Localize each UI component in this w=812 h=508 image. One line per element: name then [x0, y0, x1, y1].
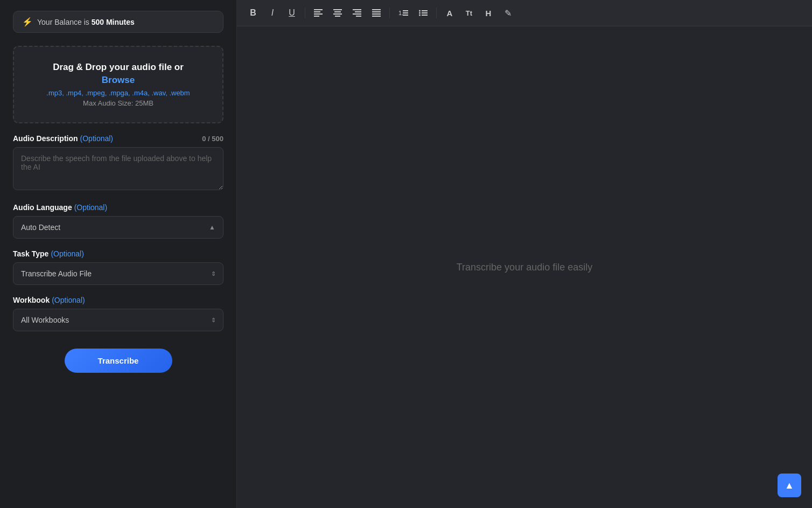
language-chevron-icon: ▲ — [209, 224, 215, 231]
language-dropdown[interactable]: Auto Detect ▲ — [13, 216, 223, 239]
browse-link[interactable]: Browse — [25, 75, 212, 86]
bold-button[interactable]: B — [246, 5, 261, 20]
svg-rect-2 — [314, 13, 323, 15]
lightning-icon: ⚡ — [22, 17, 33, 27]
language-selected-value: Auto Detect — [21, 223, 60, 232]
editor-placeholder: Transcribe your audio file easily — [457, 262, 592, 273]
balance-badge: ⚡ Your Balance is 500 Minutes — [13, 11, 223, 33]
svg-rect-1 — [314, 11, 320, 12]
svg-point-24 — [419, 15, 421, 16]
align-right-button[interactable] — [349, 5, 365, 20]
unordered-list-button[interactable] — [416, 5, 431, 20]
justify-button[interactable] — [369, 5, 384, 20]
font-size-button[interactable]: Tt — [461, 5, 477, 20]
svg-rect-19 — [403, 15, 408, 16]
drag-text: Drag & Drop your audio file or — [25, 62, 212, 73]
toolbar-separator-1 — [305, 8, 305, 18]
right-panel: B I U 1. — [237, 0, 812, 508]
audio-description-section: Audio Description (Optional) 0 / 500 — [13, 134, 223, 192]
svg-point-20 — [419, 10, 421, 12]
fab-icon: ▲ — [785, 480, 794, 491]
editor-toolbar: B I U 1. — [237, 0, 812, 26]
svg-rect-11 — [356, 16, 361, 17]
left-panel: ⚡ Your Balance is 500 Minutes Drag & Dro… — [0, 0, 237, 508]
svg-rect-21 — [422, 10, 428, 11]
transcribe-button[interactable]: Transcribe — [65, 349, 172, 373]
supported-formats: .mp3, .mp4, .mpeg, .mpga, .m4a, .wav, .w… — [25, 89, 212, 97]
task-type-select[interactable]: Transcribe Audio File Translate Audio Fi… — [13, 262, 223, 285]
svg-rect-3 — [314, 16, 319, 17]
svg-rect-25 — [422, 15, 428, 16]
svg-rect-6 — [333, 13, 342, 15]
italic-button[interactable]: I — [265, 5, 280, 20]
align-left-button[interactable] — [311, 5, 326, 20]
svg-rect-17 — [403, 10, 408, 11]
task-type-select-wrapper: Transcribe Audio File Translate Audio Fi… — [13, 262, 223, 285]
balance-amount: 500 Minutes — [92, 18, 135, 26]
drop-zone[interactable]: Drag & Drop your audio file or Browse .m… — [13, 46, 223, 123]
svg-rect-8 — [353, 9, 361, 10]
font-color-button[interactable]: A — [442, 5, 457, 20]
align-center-button[interactable] — [330, 5, 345, 20]
svg-rect-7 — [335, 16, 340, 17]
underline-button[interactable]: U — [284, 5, 299, 20]
editor-area[interactable]: Transcribe your audio file easily — [237, 26, 812, 508]
audio-description-label: Audio Description (Optional) 0 / 500 — [13, 134, 223, 143]
workbook-select-wrapper: All Workbooks — [13, 309, 223, 331]
svg-point-22 — [419, 12, 421, 14]
svg-rect-23 — [422, 12, 428, 13]
balance-text: Your Balance is 500 Minutes — [37, 18, 135, 26]
svg-rect-10 — [353, 13, 361, 15]
svg-text:1.: 1. — [398, 10, 403, 16]
svg-rect-0 — [314, 9, 323, 10]
workbook-section: Workbook (Optional) All Workbooks — [13, 296, 223, 331]
workbook-select[interactable]: All Workbooks — [13, 309, 223, 331]
task-type-section: Task Type (Optional) Transcribe Audio Fi… — [13, 249, 223, 285]
toolbar-separator-3 — [436, 8, 437, 18]
svg-rect-9 — [355, 11, 361, 12]
task-type-label: Task Type (Optional) — [13, 249, 223, 258]
max-size-label: Max Audio Size: 25MB — [25, 99, 212, 107]
svg-rect-18 — [403, 12, 408, 13]
highlight-button[interactable]: ✎ — [500, 5, 515, 20]
svg-rect-12 — [372, 9, 381, 10]
ordered-list-button[interactable]: 1. — [395, 5, 411, 20]
toolbar-separator-2 — [389, 8, 390, 18]
audio-language-label: Audio Language (Optional) — [13, 203, 223, 212]
audio-language-section: Audio Language (Optional) Auto Detect ▲ — [13, 203, 223, 239]
balance-label: Your Balance is — [37, 18, 92, 26]
heading-button[interactable]: H — [481, 5, 496, 20]
workbook-label: Workbook (Optional) — [13, 296, 223, 304]
svg-rect-13 — [372, 11, 381, 12]
fab-button[interactable]: ▲ — [778, 474, 801, 497]
svg-rect-5 — [334, 11, 341, 12]
svg-rect-4 — [333, 9, 342, 10]
svg-rect-15 — [372, 16, 381, 17]
audio-description-textarea[interactable] — [13, 147, 223, 190]
svg-rect-14 — [372, 13, 381, 15]
